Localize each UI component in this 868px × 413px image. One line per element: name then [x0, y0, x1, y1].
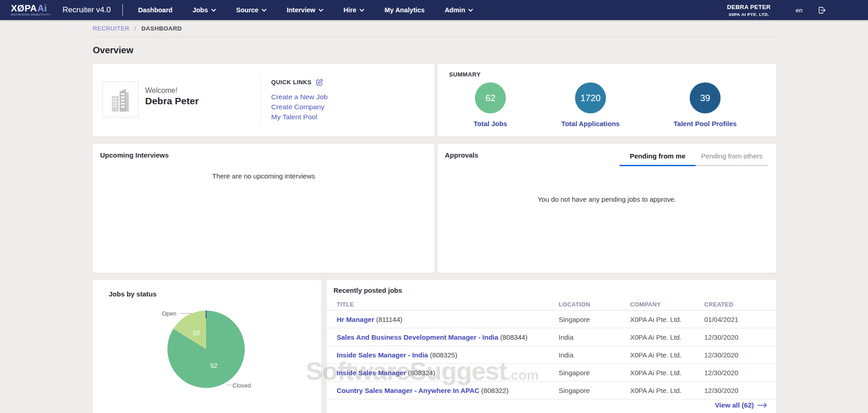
link-my-talent-pool[interactable]: My Talent Pool [271, 112, 328, 122]
job-company: X0PA Ai Pte. Ltd. [630, 387, 704, 394]
edit-icon[interactable] [316, 78, 323, 86]
table-row: Country Sales Manager - Anywhere In APAC… [327, 382, 776, 399]
upcoming-interviews-title: Upcoming Interviews [100, 151, 169, 159]
job-title-link[interactable]: Inside Sales Manager [337, 369, 406, 377]
recently-posted-jobs-card: Recently posted jobs TITLE LOCATION COMP… [327, 280, 776, 413]
logout-button[interactable] [818, 6, 826, 14]
brand-tagline: MAXIMISING OBJECTIVITY [11, 14, 51, 16]
job-location: India [559, 351, 630, 359]
job-company: X0PA Ai Pte. Ltd. [630, 369, 704, 377]
job-title-link[interactable]: Hr Manager [337, 316, 374, 323]
user-menu[interactable]: DEBRA PETER X0PA AI PTE. LTD. [727, 4, 771, 17]
chevron-down-icon [468, 9, 473, 12]
company-building-image [102, 82, 138, 117]
nav-dashboard[interactable]: Dashboard [138, 6, 172, 14]
welcome-user-name: Debra Peter [145, 96, 199, 107]
language-selector[interactable]: en [796, 7, 802, 14]
job-title-link[interactable]: Inside Sales Manager - India [337, 351, 428, 359]
stat-label: Total Applications [552, 120, 629, 127]
job-company: X0PA Ai Pte. Ltd. [630, 333, 704, 341]
job-location: Singapore [559, 316, 630, 323]
xopa-logo[interactable]: XØPAAi MAXIMISING OBJECTIVITY [11, 4, 51, 16]
job-created: 01/04/2021 [704, 316, 776, 323]
breadcrumb-recruiter[interactable]: RECRUITER [93, 25, 129, 32]
table-header-row: TITLE LOCATION COMPANY CREATED [327, 299, 776, 311]
welcome-card: Welcome! Debra Peter QUICK LINKS Create … [93, 64, 434, 137]
stat-talent-pool-profiles: 39 Talent Pool Profiles [666, 82, 744, 127]
chevron-down-icon [318, 9, 323, 12]
brand-text: XØPAAi [11, 4, 51, 13]
breadcrumb: RECRUITER / DASHBOARD [93, 25, 182, 32]
nav-hire[interactable]: Hire [343, 6, 364, 14]
breadcrumb-dashboard: DASHBOARD [141, 25, 182, 32]
col-company: COMPANY [630, 301, 704, 308]
table-row: Hr Manager (811144) Singapore X0PA Ai Pt… [327, 311, 776, 328]
welcome-greeting: Welcome! [145, 87, 177, 95]
approvals-title: Approvals [445, 151, 478, 159]
job-created: 12/30/2020 [704, 369, 776, 377]
tab-pending-from-others[interactable]: Pending from others [696, 149, 768, 166]
job-created: 12/30/2020 [704, 333, 776, 341]
job-created: 12/30/2020 [704, 351, 776, 359]
job-id: (808344) [500, 333, 528, 341]
job-location: Singapore [559, 387, 630, 394]
stat-label: Talent Pool Profiles [666, 120, 744, 127]
arrow-right-icon [757, 403, 767, 408]
total-jobs-circle: 62 [475, 82, 506, 113]
link-create-company[interactable]: Create Company [271, 102, 328, 112]
open-slice-label: Open [162, 310, 177, 317]
product-name: Recruiter v4.0 [63, 5, 111, 15]
nav-my-analytics[interactable]: My Analytics [384, 6, 424, 14]
nav-source[interactable]: Source [236, 6, 267, 14]
top-navbar: XØPAAi MAXIMISING OBJECTIVITY Recruiter … [0, 0, 868, 20]
job-company: X0PA Ai Pte. Ltd. [630, 351, 704, 359]
recent-jobs-title: Recently posted jobs [333, 286, 402, 294]
col-created: CREATED [704, 301, 776, 308]
col-location: LOCATION [559, 301, 630, 308]
closed-slice-value: 52 [210, 362, 217, 369]
stat-total-applications: 1720 Total Applications [552, 82, 629, 127]
user-name: DEBRA PETER [727, 4, 771, 10]
open-label-connector [180, 313, 192, 314]
approvals-tabs: Pending from me Pending from others [620, 149, 768, 166]
main-nav: Dashboard Jobs Source Interview Hire My … [138, 6, 473, 14]
nav-admin[interactable]: Admin [444, 6, 473, 14]
link-create-new-job[interactable]: Create a New Job [271, 92, 328, 102]
navbar-divider [122, 4, 123, 16]
view-all-link[interactable]: View all (62) [715, 401, 767, 409]
breadcrumb-separator: / [134, 25, 136, 32]
stat-total-jobs: 62 Total Jobs [452, 82, 529, 127]
chevron-down-icon [262, 9, 267, 12]
quick-links-title: QUICK LINKS [271, 78, 323, 86]
nav-jobs[interactable]: Jobs [192, 6, 216, 14]
summary-title: SUMMARY [449, 71, 480, 78]
closed-label-connector [227, 385, 232, 385]
recent-jobs-table: TITLE LOCATION COMPANY CREATED Hr Manage… [327, 299, 776, 399]
chevron-down-icon [211, 9, 216, 12]
quick-links-list: Create a New Job Create Company My Talen… [271, 92, 328, 122]
stat-label: Total Jobs [452, 120, 529, 127]
job-created: 12/30/2020 [704, 387, 776, 394]
chevron-down-icon [359, 9, 364, 12]
xopa-recruiter-dashboard: XØPAAi MAXIMISING OBJECTIVITY Recruiter … [0, 0, 868, 413]
job-id: (808325) [430, 351, 457, 359]
nav-interview[interactable]: Interview [287, 6, 323, 14]
table-row: Inside Sales Manager (808324) Singapore … [327, 364, 776, 382]
pie-slice-boundary [206, 311, 207, 318]
job-title-link[interactable]: Sales And Business Development Manager -… [337, 333, 498, 341]
col-title: TITLE [337, 301, 559, 308]
tab-pending-from-me[interactable]: Pending from me [620, 149, 696, 166]
job-title-link[interactable]: Country Sales Manager - Anywhere In APAC [337, 387, 479, 394]
user-company: X0PA AI PTE. LTD. [727, 12, 771, 17]
approvals-card: Approvals Pending from me Pending from o… [438, 144, 776, 273]
job-id: (811144) [376, 316, 403, 323]
table-row: Sales And Business Development Manager -… [327, 328, 776, 346]
jobs-by-status-title: Jobs by status [109, 290, 156, 298]
total-applications-circle: 1720 [575, 82, 606, 113]
job-company: X0PA Ai Pte. Ltd. [630, 316, 704, 323]
jobs-status-pie-chart[interactable]: 10 52 [167, 311, 245, 388]
job-id: (808324) [408, 369, 435, 377]
jobs-by-status-card: Jobs by status 10 52 Open Closed [93, 280, 321, 413]
card-divider [260, 75, 261, 126]
job-id: (808322) [481, 387, 509, 394]
